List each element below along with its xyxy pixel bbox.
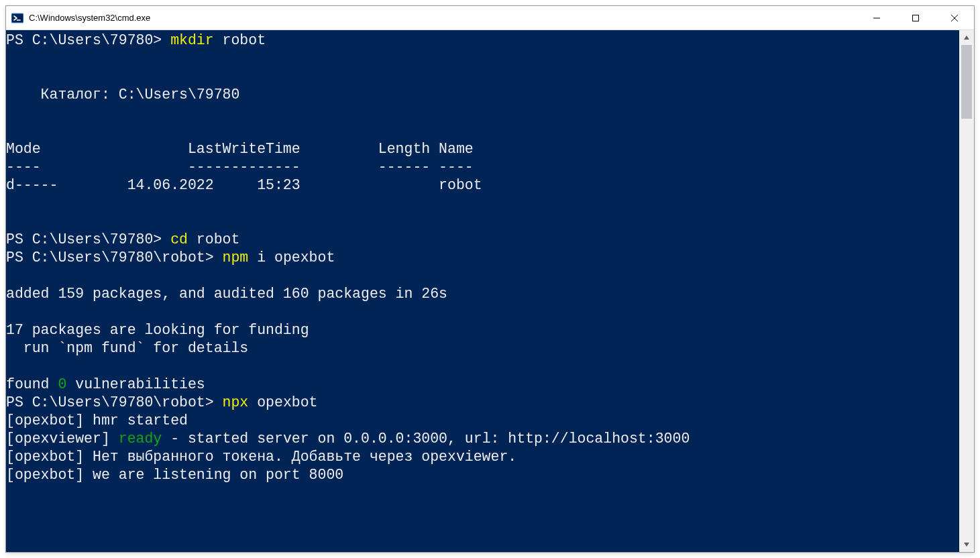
terminal-line: [6, 357, 958, 376]
vertical-scrollbar[interactable]: [959, 30, 974, 552]
scroll-up-arrow[interactable]: [959, 30, 974, 45]
terminal-line: [6, 213, 958, 231]
terminal-line: [opexbot] hmr started: [6, 412, 958, 430]
terminal-line: added 159 packages, and audited 160 pack…: [6, 285, 958, 303]
terminal-line: Каталог: C:\Users\79780: [6, 86, 958, 104]
terminal-line: PS C:\Users\79780\robot> npx opexbot: [6, 394, 958, 412]
svg-rect-0: [11, 13, 23, 23]
maximize-icon: [912, 14, 920, 22]
titlebar-left: C:\Windows\system32\cmd.exe: [6, 12, 150, 24]
terminal-line: PS C:\Users\79780\robot> npm i opexbot: [6, 249, 958, 267]
terminal-line: [opexbot] Нет выбранного токена. Добавьт…: [6, 448, 958, 466]
terminal-line: [6, 267, 958, 285]
terminal-line: PS C:\Users\79780> mkdir robot: [6, 32, 958, 50]
terminal-line: Mode LastWriteTime Length Name: [6, 140, 958, 158]
terminal-line: d----- 14.06.2022 15:23 robot: [6, 176, 958, 194]
terminal-line: [opexviewer] ready - started server on 0…: [6, 430, 958, 448]
scroll-thumb[interactable]: [961, 45, 972, 119]
terminal-line: PS C:\Users\79780> cd robot: [6, 231, 958, 249]
close-button[interactable]: [935, 6, 974, 30]
cmd-window: C:\Windows\system32\cmd.exe PS C:\: [5, 5, 975, 553]
scroll-track[interactable]: [959, 45, 974, 537]
terminal-line: run `npm fund` for details: [6, 339, 958, 357]
terminal-line: found 0 vulnerabilities: [6, 376, 958, 394]
minimize-button[interactable]: [857, 6, 896, 30]
svg-rect-3: [913, 15, 919, 21]
close-icon: [950, 14, 959, 22]
terminal-area: PS C:\Users\79780> mkdir robot Каталог: …: [6, 30, 974, 552]
minimize-icon: [873, 14, 881, 22]
scroll-down-arrow[interactable]: [959, 537, 974, 552]
titlebar[interactable]: C:\Windows\system32\cmd.exe: [6, 6, 974, 30]
terminal-line: [6, 68, 958, 86]
window-title: C:\Windows\system32\cmd.exe: [29, 13, 150, 23]
terminal-output[interactable]: PS C:\Users\79780> mkdir robot Каталог: …: [6, 30, 959, 552]
maximize-button[interactable]: [896, 6, 935, 30]
terminal-line: [6, 303, 958, 321]
terminal-line: [opexbot] we are listening on port 8000: [6, 466, 958, 484]
terminal-line: ---- ------------- ------ ----: [6, 158, 958, 176]
powershell-icon: [11, 12, 23, 24]
window-controls: [857, 6, 974, 30]
terminal-line: [6, 122, 958, 140]
terminal-line: [6, 104, 958, 122]
terminal-line: [6, 194, 958, 213]
terminal-line: 17 packages are looking for funding: [6, 321, 958, 339]
terminal-line: [6, 50, 958, 68]
